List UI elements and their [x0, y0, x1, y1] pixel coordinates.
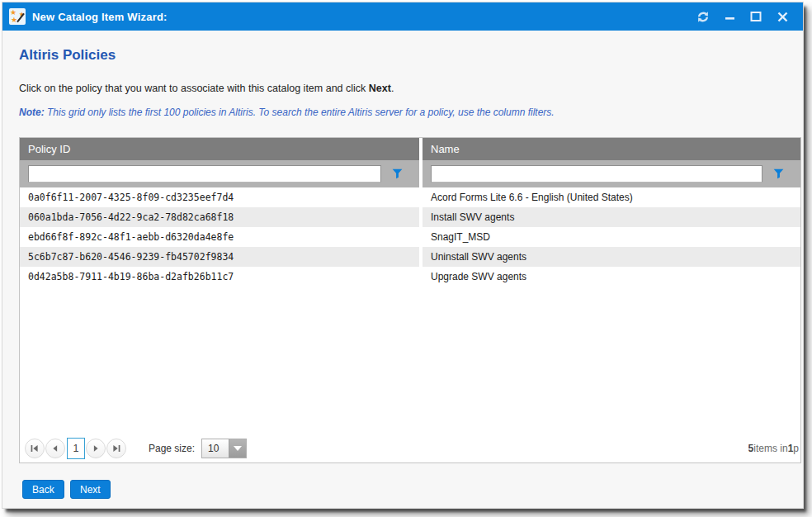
table-header-row: Policy ID Name: [20, 138, 800, 160]
table-row[interactable]: 5c6b7c87-b620-4546-9239-fb45702f9834 Uni…: [20, 247, 800, 267]
policy-name-cell: Acord Forms Lite 6.6 - English (United S…: [423, 187, 800, 207]
policy-name-cell: Uninstall SWV agents: [423, 247, 800, 267]
page-number-button[interactable]: 1: [67, 438, 85, 459]
policy-id-cell: 0d42a5b8-7911-4b19-86ba-d2afb26b11c7: [20, 267, 419, 287]
table-body: 0a0f6f11-2007-4325-8f09-cd3235eef7d4 Aco…: [20, 187, 800, 287]
dropdown-arrow-icon[interactable]: [229, 439, 246, 458]
policy-id-cell: 060a1bda-7056-4d22-9ca2-78d82ca68f18: [20, 207, 419, 227]
name-filter-icon[interactable]: [762, 168, 794, 179]
page-size-dropdown[interactable]: 10: [201, 439, 247, 458]
titlebar: ★ ★ ★ New Catalog Item Wizard:: [2, 2, 803, 31]
wizard-icon: ★ ★ ★: [9, 8, 26, 25]
column-header-name[interactable]: Name: [423, 138, 800, 160]
last-page-icon[interactable]: [106, 439, 126, 458]
table-row[interactable]: 0a0f6f11-2007-4325-8f09-cd3235eef7d4 Aco…: [20, 187, 800, 207]
policy-id-cell: ebd66f8f-892c-48f1-aebb-d6320da4e8fe: [20, 227, 419, 247]
policy-id-cell: 5c6b7c87-b620-4546-9239-fb45702f9834: [20, 247, 419, 267]
policy-id-cell: 0a0f6f11-2007-4325-8f09-cd3235eef7d4: [20, 187, 419, 207]
instruction-text: Click on the policy that you want to ass…: [19, 83, 394, 94]
items-count-text: 5 items in 1 p: [748, 434, 799, 462]
page-title: Altiris Policies: [19, 47, 116, 64]
back-button[interactable]: Back: [22, 480, 64, 499]
first-page-icon[interactable]: [25, 439, 45, 458]
page-size-value: 10: [202, 439, 229, 458]
policy-name-cell: Install SWV agents: [423, 207, 800, 227]
previous-page-icon[interactable]: [45, 439, 65, 458]
minimize-icon[interactable]: [722, 9, 737, 24]
refresh-icon[interactable]: [696, 9, 710, 24]
column-header-policy-id[interactable]: Policy ID: [20, 138, 419, 160]
next-page-icon[interactable]: [86, 439, 106, 458]
pager: 1 Page size: 10 5 items in 1 p: [20, 434, 800, 462]
note-text: Note: This grid only lists the first 100…: [19, 107, 555, 118]
page-size-label: Page size:: [149, 443, 195, 454]
window-controls: [696, 9, 796, 24]
policies-table: Policy ID Name 0a0f6f11: [19, 137, 801, 463]
table-row[interactable]: ebd66f8f-892c-48f1-aebb-d6320da4e8fe Sna…: [20, 227, 800, 247]
name-filter-input[interactable]: [431, 165, 762, 183]
policy-id-filter-icon[interactable]: [381, 168, 413, 179]
next-button[interactable]: Next: [70, 480, 111, 499]
table-filter-row: [20, 160, 800, 187]
policy-id-filter-input[interactable]: [28, 165, 381, 183]
table-row[interactable]: 0d42a5b8-7911-4b19-86ba-d2afb26b11c7 Upg…: [20, 267, 800, 287]
policy-name-cell: SnagIT_MSD: [423, 227, 800, 247]
note-label: Note:: [19, 107, 45, 118]
wizard-window: ★ ★ ★ New Catalog Item Wizard:: [2, 2, 804, 509]
table-row[interactable]: 060a1bda-7056-4d22-9ca2-78d82ca68f18 Ins…: [20, 207, 800, 227]
policy-name-cell: Upgrade SWV agents: [423, 267, 800, 287]
close-icon[interactable]: [775, 9, 790, 24]
maximize-icon[interactable]: [748, 9, 763, 24]
window-title: New Catalog Item Wizard:: [32, 11, 168, 23]
table-empty-area: [20, 287, 800, 434]
